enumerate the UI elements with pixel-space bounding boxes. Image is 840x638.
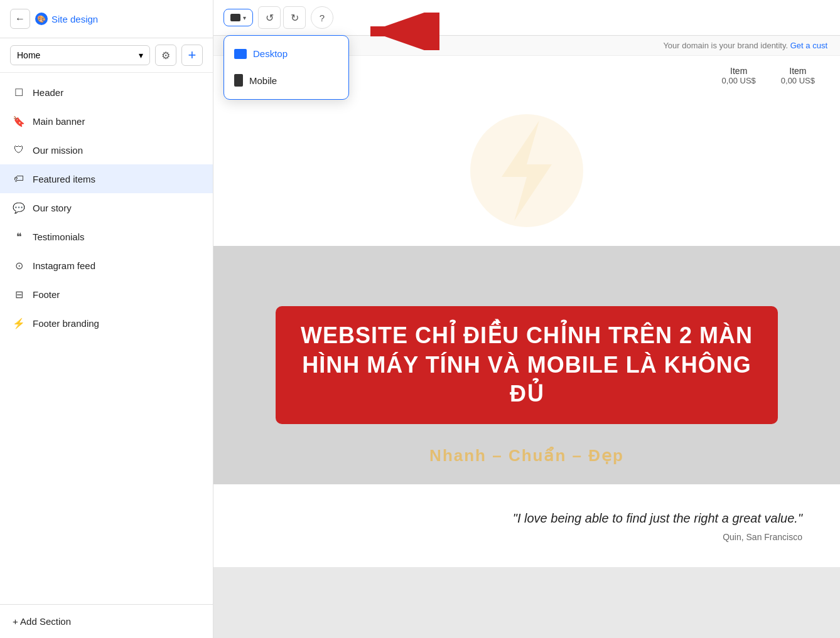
domain-bar-text: Your domain is your brand identity. — [663, 41, 788, 50]
our-mission-icon: 🛡 — [13, 144, 25, 156]
toolbar: ▾ ↺ ↻ ? Desktop Mobile — [213, 0, 840, 36]
undo-button[interactable]: ↺ — [258, 6, 281, 29]
yellow-text-area: Nhanh – Chuẩn – Đẹp — [429, 446, 624, 465]
footer-branding-icon: ⚡ — [13, 317, 25, 329]
redo-icon: ↻ — [291, 12, 299, 24]
back-button[interactable]: ← — [10, 9, 30, 29]
red-banner-line2: HÌNH MÁY TÍNH VÀ MOBILE LÀ KHÔNG ĐỦ — [301, 351, 753, 410]
site-design-link[interactable]: 🎨 Site design — [35, 13, 98, 25]
preview-area[interactable]: Your domain is your brand identity. Get … — [213, 36, 840, 638]
site-design-icon: 🎨 — [35, 13, 48, 25]
chevron-down-icon: ▾ — [139, 50, 143, 60]
sidebar-header: ← 🎨 Site design — [0, 0, 213, 38]
sidebar-item-instagram-feed[interactable]: ⊙ Instagram feed — [0, 251, 213, 280]
product-price-1: 0,00 US$ — [722, 76, 756, 85]
sidebar-item-label: Instagram feed — [33, 260, 95, 271]
sidebar-item-our-mission[interactable]: 🛡 Our mission — [0, 136, 213, 164]
sidebar-item-label: Footer — [33, 289, 60, 300]
back-icon: ← — [15, 13, 25, 24]
sidebar: ← 🎨 Site design Home ▾ ⚙ + ☐ Header 🔖 Ma… — [0, 0, 213, 638]
redo-button[interactable]: ↻ — [283, 6, 306, 29]
page-name: Home — [17, 50, 40, 60]
product-item-1: Item 0,00 US$ — [722, 66, 756, 85]
logo-area — [213, 95, 840, 246]
undo-icon: ↺ — [266, 12, 274, 24]
product-item-2: Item 0,00 US$ — [781, 66, 815, 85]
mobile-option-label: Mobile — [249, 75, 277, 86]
nav-items-list: ☐ Header 🔖 Main banner 🛡 Our mission 🏷 F… — [0, 73, 213, 604]
device-dropdown-button[interactable]: ▾ — [223, 9, 253, 26]
testimonial-quote: "I love being able to find just the righ… — [251, 509, 802, 527]
sidebar-item-label: Our mission — [33, 145, 83, 156]
red-banner: WEBSITE CHỈ ĐIỀU CHỈNH TRÊN 2 MÀN HÌNH M… — [276, 306, 778, 424]
sidebar-item-label: Testimonials — [33, 231, 85, 242]
page-selector-row: Home ▾ ⚙ + — [0, 38, 213, 73]
sidebar-item-label: Header — [33, 87, 63, 98]
gray-content-area: WEBSITE CHỈ ĐIỀU CHỈNH TRÊN 2 MÀN HÌNH M… — [213, 246, 840, 484]
red-banner-line1: WEBSITE CHỈ ĐIỀU CHỈNH TRÊN 2 MÀN — [301, 321, 753, 351]
mobile-option[interactable]: Mobile — [224, 66, 348, 94]
device-dropdown-popup: Desktop Mobile — [223, 35, 349, 100]
desktop-icon — [234, 49, 247, 59]
header-icon: ☐ — [13, 86, 25, 98]
red-arrow — [364, 13, 439, 53]
sidebar-item-testimonials[interactable]: ❝ Testimonials — [0, 222, 213, 251]
instagram-feed-icon: ⊙ — [13, 259, 25, 272]
add-section-label: + Add Section — [13, 616, 71, 627]
featured-items-icon: 🏷 — [13, 173, 25, 185]
sidebar-item-our-story[interactable]: 💬 Our story — [0, 193, 213, 222]
desktop-device-icon — [230, 14, 240, 21]
sidebar-item-main-banner[interactable]: 🔖 Main banner — [0, 107, 213, 136]
testimonial-area: "I love being able to find just the righ… — [213, 484, 840, 567]
desktop-option[interactable]: Desktop — [224, 41, 348, 66]
footer-icon: ⊟ — [13, 288, 25, 300]
undo-redo-group: ↺ ↻ — [258, 6, 306, 29]
settings-button[interactable]: ⚙ — [155, 45, 176, 66]
page-dropdown[interactable]: Home ▾ — [10, 45, 150, 65]
site-design-label: Site design — [51, 14, 98, 24]
sidebar-item-footer-branding[interactable]: ⚡ Footer branding — [0, 309, 213, 338]
sidebar-item-label: Our story — [33, 203, 72, 213]
main-banner-icon: 🔖 — [13, 115, 25, 127]
preview-content: Your domain is your brand identity. Get … — [213, 36, 840, 567]
help-button[interactable]: ? — [311, 6, 333, 29]
add-section-button[interactable]: + Add Section — [0, 604, 213, 638]
domain-link[interactable]: Get a cust — [790, 41, 827, 50]
sidebar-item-label: Main banner — [33, 116, 85, 127]
sidebar-item-label: Featured items — [33, 174, 95, 184]
product-label-2: Item — [781, 66, 815, 76]
our-story-icon: 💬 — [13, 201, 25, 214]
yellow-slogan: Nhanh – Chuẩn – Đẹp — [429, 446, 624, 465]
chevron-down-icon: ▾ — [243, 14, 246, 21]
product-price-2: 0,00 US$ — [781, 76, 815, 85]
testimonials-icon: ❝ — [13, 230, 25, 243]
product-label-1: Item — [722, 66, 756, 76]
main-content: ▾ ↺ ↻ ? Desktop Mobile — [213, 0, 840, 638]
sidebar-item-label: Footer branding — [33, 318, 99, 329]
desktop-option-label: Desktop — [253, 48, 288, 59]
mobile-icon — [234, 74, 243, 87]
add-page-button[interactable]: + — [181, 45, 203, 66]
sidebar-item-footer[interactable]: ⊟ Footer — [0, 280, 213, 309]
testimonial-author: Quin, San Francisco — [251, 532, 802, 542]
sidebar-item-featured-items[interactable]: 🏷 Featured items — [0, 164, 213, 193]
logo-svg — [464, 108, 590, 233]
help-icon: ? — [320, 13, 325, 23]
sidebar-item-header[interactable]: ☐ Header — [0, 78, 213, 107]
